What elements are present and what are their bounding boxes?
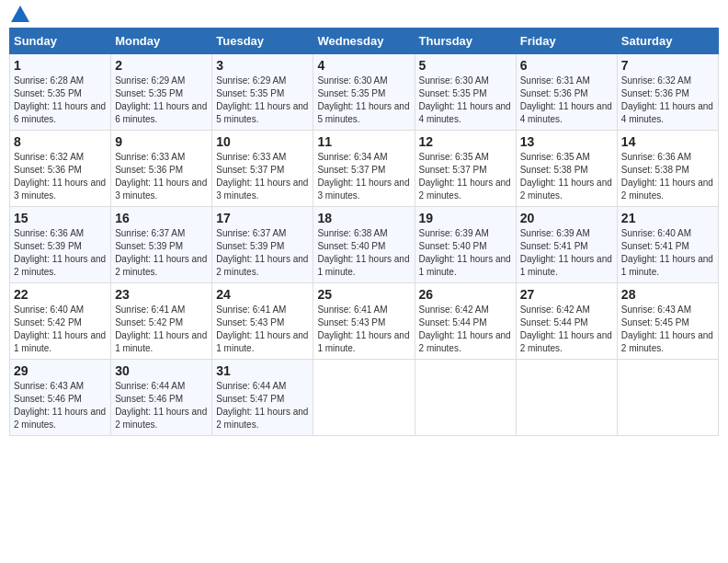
day-number: 27 <box>520 287 613 302</box>
day-number: 3 <box>216 58 309 73</box>
day-number: 26 <box>419 287 512 302</box>
column-header-wednesday: Wednesday <box>313 29 415 54</box>
calendar-week-5: 29 Sunrise: 6:43 AMSunset: 5:46 PMDaylig… <box>10 360 719 436</box>
day-cell-8: 8 Sunrise: 6:32 AMSunset: 5:36 PMDayligh… <box>10 131 111 207</box>
column-header-monday: Monday <box>111 29 212 54</box>
day-info: Sunrise: 6:31 AMSunset: 5:36 PMDaylight:… <box>520 75 612 124</box>
column-header-sunday: Sunday <box>10 29 111 54</box>
day-cell-20: 20 Sunrise: 6:39 AMSunset: 5:41 PMDaylig… <box>516 207 617 283</box>
empty-cell <box>516 360 617 436</box>
day-cell-18: 18 Sunrise: 6:38 AMSunset: 5:40 PMDaylig… <box>313 207 415 283</box>
day-info: Sunrise: 6:44 AMSunset: 5:46 PMDaylight:… <box>115 381 207 430</box>
day-cell-2: 2 Sunrise: 6:29 AMSunset: 5:35 PMDayligh… <box>111 54 212 131</box>
day-cell-19: 19 Sunrise: 6:39 AMSunset: 5:40 PMDaylig… <box>415 207 516 283</box>
day-info: Sunrise: 6:43 AMSunset: 5:46 PMDaylight:… <box>14 381 106 430</box>
day-info: Sunrise: 6:43 AMSunset: 5:45 PMDaylight:… <box>621 304 713 353</box>
day-cell-12: 12 Sunrise: 6:35 AMSunset: 5:37 PMDaylig… <box>415 131 516 207</box>
day-info: Sunrise: 6:30 AMSunset: 5:35 PMDaylight:… <box>317 75 409 124</box>
day-number: 28 <box>621 287 714 302</box>
day-cell-4: 4 Sunrise: 6:30 AMSunset: 5:35 PMDayligh… <box>313 54 415 131</box>
day-cell-28: 28 Sunrise: 6:43 AMSunset: 5:45 PMDaylig… <box>617 283 718 360</box>
day-number: 18 <box>317 211 410 225</box>
day-number: 8 <box>14 134 107 149</box>
calendar-week-1: 1 Sunrise: 6:28 AMSunset: 5:35 PMDayligh… <box>10 54 719 131</box>
day-info: Sunrise: 6:42 AMSunset: 5:44 PMDaylight:… <box>419 304 511 353</box>
day-info: Sunrise: 6:32 AMSunset: 5:36 PMDaylight:… <box>621 75 713 124</box>
day-number: 29 <box>14 363 107 378</box>
day-number: 25 <box>317 287 410 302</box>
day-info: Sunrise: 6:44 AMSunset: 5:47 PMDaylight:… <box>216 381 308 430</box>
day-cell-23: 23 Sunrise: 6:41 AMSunset: 5:42 PMDaylig… <box>111 283 212 360</box>
day-cell-21: 21 Sunrise: 6:40 AMSunset: 5:41 PMDaylig… <box>617 207 718 283</box>
day-number: 31 <box>216 363 309 378</box>
day-info: Sunrise: 6:41 AMSunset: 5:43 PMDaylight:… <box>216 304 308 353</box>
day-number: 21 <box>621 211 714 225</box>
column-header-thursday: Thursday <box>415 29 516 54</box>
day-info: Sunrise: 6:35 AMSunset: 5:38 PMDaylight:… <box>520 152 612 201</box>
day-cell-17: 17 Sunrise: 6:37 AMSunset: 5:39 PMDaylig… <box>212 207 313 283</box>
column-header-friday: Friday <box>516 29 617 54</box>
day-number: 11 <box>317 134 410 149</box>
day-info: Sunrise: 6:40 AMSunset: 5:41 PMDaylight:… <box>621 228 713 277</box>
day-number: 9 <box>115 134 208 149</box>
day-info: Sunrise: 6:36 AMSunset: 5:38 PMDaylight:… <box>621 152 713 201</box>
calendar-table: SundayMondayTuesdayWednesdayThursdayFrid… <box>9 28 719 436</box>
day-number: 4 <box>317 58 410 73</box>
page-header <box>9 9 719 22</box>
day-number: 16 <box>115 211 208 225</box>
day-number: 22 <box>14 287 107 302</box>
day-info: Sunrise: 6:41 AMSunset: 5:42 PMDaylight:… <box>115 304 207 353</box>
day-cell-25: 25 Sunrise: 6:41 AMSunset: 5:43 PMDaylig… <box>313 283 415 360</box>
day-number: 17 <box>216 211 309 225</box>
day-info: Sunrise: 6:37 AMSunset: 5:39 PMDaylight:… <box>216 228 308 277</box>
day-cell-11: 11 Sunrise: 6:34 AMSunset: 5:37 PMDaylig… <box>313 131 415 207</box>
day-cell-22: 22 Sunrise: 6:40 AMSunset: 5:42 PMDaylig… <box>10 283 111 360</box>
day-cell-13: 13 Sunrise: 6:35 AMSunset: 5:38 PMDaylig… <box>516 131 617 207</box>
empty-cell <box>617 360 718 436</box>
day-number: 1 <box>14 58 107 73</box>
day-info: Sunrise: 6:39 AMSunset: 5:41 PMDaylight:… <box>520 228 612 277</box>
day-cell-27: 27 Sunrise: 6:42 AMSunset: 5:44 PMDaylig… <box>516 283 617 360</box>
day-number: 12 <box>419 134 512 149</box>
day-cell-9: 9 Sunrise: 6:33 AMSunset: 5:36 PMDayligh… <box>111 131 212 207</box>
day-info: Sunrise: 6:33 AMSunset: 5:36 PMDaylight:… <box>115 152 207 201</box>
day-number: 2 <box>115 58 208 73</box>
day-info: Sunrise: 6:37 AMSunset: 5:39 PMDaylight:… <box>115 228 207 277</box>
day-number: 10 <box>216 134 309 149</box>
day-number: 14 <box>621 134 714 149</box>
calendar-week-4: 22 Sunrise: 6:40 AMSunset: 5:42 PMDaylig… <box>10 283 719 360</box>
day-info: Sunrise: 6:35 AMSunset: 5:37 PMDaylight:… <box>419 152 511 201</box>
svg-marker-0 <box>11 6 29 22</box>
day-cell-6: 6 Sunrise: 6:31 AMSunset: 5:36 PMDayligh… <box>516 54 617 131</box>
day-cell-24: 24 Sunrise: 6:41 AMSunset: 5:43 PMDaylig… <box>212 283 313 360</box>
day-cell-14: 14 Sunrise: 6:36 AMSunset: 5:38 PMDaylig… <box>617 131 718 207</box>
day-info: Sunrise: 6:29 AMSunset: 5:35 PMDaylight:… <box>216 75 308 124</box>
day-number: 15 <box>14 211 107 225</box>
day-cell-29: 29 Sunrise: 6:43 AMSunset: 5:46 PMDaylig… <box>10 360 111 436</box>
day-number: 6 <box>520 58 613 73</box>
day-info: Sunrise: 6:34 AMSunset: 5:37 PMDaylight:… <box>317 152 409 201</box>
logo-icon <box>11 6 29 22</box>
day-info: Sunrise: 6:40 AMSunset: 5:42 PMDaylight:… <box>14 304 106 353</box>
day-info: Sunrise: 6:41 AMSunset: 5:43 PMDaylight:… <box>317 304 409 353</box>
day-info: Sunrise: 6:30 AMSunset: 5:35 PMDaylight:… <box>419 75 511 124</box>
day-info: Sunrise: 6:28 AMSunset: 5:35 PMDaylight:… <box>14 75 106 124</box>
day-cell-31: 31 Sunrise: 6:44 AMSunset: 5:47 PMDaylig… <box>212 360 313 436</box>
day-info: Sunrise: 6:38 AMSunset: 5:40 PMDaylight:… <box>317 228 409 277</box>
empty-cell <box>415 360 516 436</box>
day-info: Sunrise: 6:36 AMSunset: 5:39 PMDaylight:… <box>14 228 106 277</box>
day-cell-26: 26 Sunrise: 6:42 AMSunset: 5:44 PMDaylig… <box>415 283 516 360</box>
day-cell-15: 15 Sunrise: 6:36 AMSunset: 5:39 PMDaylig… <box>10 207 111 283</box>
day-cell-1: 1 Sunrise: 6:28 AMSunset: 5:35 PMDayligh… <box>10 54 111 131</box>
day-number: 7 <box>621 58 714 73</box>
day-number: 20 <box>520 211 613 225</box>
day-cell-5: 5 Sunrise: 6:30 AMSunset: 5:35 PMDayligh… <box>415 54 516 131</box>
day-info: Sunrise: 6:32 AMSunset: 5:36 PMDaylight:… <box>14 152 106 201</box>
column-header-saturday: Saturday <box>617 29 718 54</box>
day-info: Sunrise: 6:39 AMSunset: 5:40 PMDaylight:… <box>419 228 511 277</box>
day-info: Sunrise: 6:29 AMSunset: 5:35 PMDaylight:… <box>115 75 207 124</box>
day-cell-30: 30 Sunrise: 6:44 AMSunset: 5:46 PMDaylig… <box>111 360 212 436</box>
day-info: Sunrise: 6:33 AMSunset: 5:37 PMDaylight:… <box>216 152 308 201</box>
day-number: 24 <box>216 287 309 302</box>
day-info: Sunrise: 6:42 AMSunset: 5:44 PMDaylight:… <box>520 304 612 353</box>
